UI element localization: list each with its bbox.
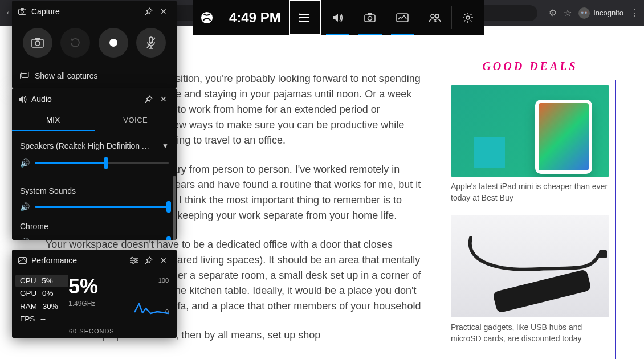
show-all-captures[interactable]: Show all captures: [12, 66, 177, 88]
performance-title: Performance: [31, 256, 77, 265]
speaker-icon[interactable]: 🔊: [20, 158, 29, 168]
app-volume-label: Chrome: [20, 219, 169, 233]
svg-point-11: [435, 14, 439, 18]
svg-point-12: [466, 16, 470, 19]
deals-sidebar: GOOD DEALS Apple's latest iPad mini is c…: [445, 37, 616, 359]
perf-metric-list: CPU 5% GPU 0% RAM 30% FPS --: [20, 275, 68, 325]
svg-point-2: [201, 11, 213, 23]
cpu-sparkline: [134, 298, 169, 315]
metric-fps[interactable]: FPS --: [20, 313, 68, 325]
axis-max: 100: [158, 277, 169, 284]
svg-point-17: [35, 41, 40, 46]
audio-widget: Audio ✕ MIX VOICE Speakers (Realtek High…: [12, 88, 177, 240]
deal-image-hub[interactable]: [451, 215, 609, 317]
close-button[interactable]: ✕: [156, 253, 171, 268]
tab-voice[interactable]: VOICE: [95, 110, 177, 131]
performance-icon: [18, 256, 27, 265]
record-button[interactable]: [99, 28, 128, 58]
svg-rect-8: [368, 13, 372, 15]
svg-rect-23: [18, 258, 26, 264]
metric-gpu[interactable]: GPU 0%: [20, 287, 68, 300]
performance-widget-button[interactable]: [386, 0, 419, 35]
gamebar-top: 4:49 PM: [193, 0, 484, 35]
deal-caption[interactable]: Practical gadgets, like USB hubs and mic…: [451, 322, 609, 344]
scrollbar[interactable]: [173, 176, 176, 240]
performance-widget: Performance ✕ CPU 5% GPU 0% RAM 30% FPS …: [12, 250, 177, 338]
pin-button[interactable]: [141, 92, 156, 107]
perf-options-button[interactable]: [127, 253, 141, 268]
capture-widget-button[interactable]: [354, 0, 386, 35]
incognito-badge: 👓 Incognito: [578, 7, 623, 19]
deal-image-ipad[interactable]: [451, 85, 609, 177]
close-button[interactable]: ✕: [156, 4, 171, 19]
gamebar-clock: 4:49 PM: [221, 0, 289, 35]
browser-menu-icon[interactable]: ⋮: [630, 7, 639, 18]
svg-rect-0: [599, 250, 607, 258]
svg-point-10: [431, 14, 434, 18]
system-sounds-slider[interactable]: [35, 206, 169, 208]
pin-button[interactable]: [141, 4, 156, 19]
deals-header: GOOD DEALS: [445, 60, 616, 73]
device-volume-slider[interactable]: [35, 162, 169, 164]
svg-point-26: [132, 262, 134, 264]
pin-button[interactable]: [141, 253, 156, 268]
metric-ram[interactable]: RAM 30%: [20, 300, 68, 313]
svg-point-24: [131, 257, 133, 259]
mic-toggle-button[interactable]: [136, 28, 166, 58]
deals-box: Apple's latest iPad mini is cheaper than…: [445, 80, 616, 359]
gallery-icon: [20, 71, 29, 80]
incognito-icon: 👓: [578, 7, 590, 19]
xbox-logo-icon[interactable]: [193, 0, 221, 35]
widgets-menu-button[interactable]: [289, 0, 321, 35]
svg-point-14: [21, 10, 24, 13]
bookmark-star-icon[interactable]: ☆: [564, 7, 572, 18]
capture-icon: [18, 7, 27, 16]
svg-rect-16: [32, 39, 43, 47]
deal-caption[interactable]: Apple's latest iPad mini is cheaper than…: [451, 181, 609, 203]
app-volume-label: System Sounds: [20, 184, 169, 198]
audio-widget-button[interactable]: [321, 0, 354, 35]
capture-title: Capture: [31, 7, 60, 16]
output-device-name: Speakers (Realtek High Definition Audio): [20, 141, 151, 150]
perf-big-value: 5%: [68, 275, 169, 299]
perf-time-window: 60 SECONDS: [12, 328, 177, 338]
social-widget-button[interactable]: [419, 0, 451, 35]
svg-point-25: [134, 259, 137, 262]
device-dropdown-chevron-icon[interactable]: ▼: [162, 142, 169, 150]
speaker-icon[interactable]: 🔊: [20, 202, 29, 211]
screenshot-button[interactable]: [23, 28, 52, 58]
svg-rect-15: [21, 8, 24, 10]
record-last-button[interactable]: [60, 28, 90, 58]
speaker-icon[interactable]: 🔊: [20, 238, 29, 240]
audio-title: Audio: [31, 95, 52, 104]
settings-button[interactable]: [452, 0, 484, 35]
close-button[interactable]: ✕: [156, 92, 171, 107]
tab-mix[interactable]: MIX: [12, 110, 95, 131]
svg-rect-1: [492, 269, 592, 313]
svg-point-7: [368, 16, 372, 20]
metric-cpu[interactable]: CPU 5%: [15, 275, 68, 287]
translate-icon[interactable]: ⚙: [549, 7, 557, 18]
capture-widget: Capture ✕ Show all captures: [12, 1, 177, 88]
svg-rect-13: [19, 9, 26, 15]
svg-rect-18: [35, 38, 40, 40]
audio-icon: [18, 95, 27, 104]
